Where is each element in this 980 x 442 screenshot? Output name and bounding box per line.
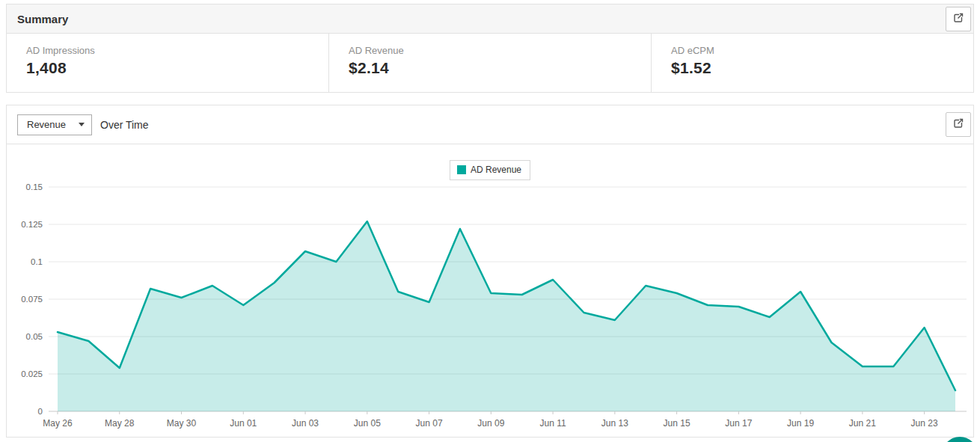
chat-widget-button[interactable] (942, 437, 978, 442)
stat-label: AD eCPM (671, 45, 954, 56)
export-share-icon (952, 117, 964, 132)
stat-ad-impressions: AD Impressions 1,408 (7, 34, 328, 92)
summary-export-button[interactable] (946, 7, 971, 31)
legend-ad-revenue[interactable]: AD Revenue (450, 160, 530, 180)
stat-value: $1.52 (671, 59, 954, 77)
metric-select-value: Revenue (27, 119, 66, 130)
stat-value: 1,408 (26, 59, 309, 77)
revenue-over-time-card: Revenue Over Time AD Revenue 00.0250.050… (6, 105, 974, 438)
summary-header: Summary (7, 4, 973, 33)
svg-text:Jun 15: Jun 15 (664, 418, 690, 429)
stat-ad-ecpm: AD eCPM $1.52 (651, 34, 973, 92)
revenue-chart[interactable]: AD Revenue 00.0250.050.0750.10.1250.15Ma… (7, 144, 973, 437)
legend-swatch-icon (457, 165, 466, 174)
svg-text:0.075: 0.075 (21, 295, 43, 304)
chart-title-suffix: Over Time (100, 119, 946, 131)
svg-text:Jun 11: Jun 11 (540, 418, 566, 429)
stat-value: $2.14 (349, 59, 631, 77)
svg-text:Jun 23: Jun 23 (911, 418, 938, 429)
legend-label: AD Revenue (471, 165, 521, 175)
chart-export-button[interactable] (946, 112, 971, 137)
stat-ad-revenue: AD Revenue $2.14 (328, 34, 651, 92)
summary-stats-row: AD Impressions 1,408 AD Revenue $2.14 AD… (7, 33, 973, 92)
svg-text:Jun 01: Jun 01 (230, 418, 257, 429)
chevron-down-icon (79, 123, 85, 126)
svg-text:May 30: May 30 (167, 418, 197, 429)
svg-text:0.125: 0.125 (21, 220, 43, 229)
summary-title: Summary (17, 13, 68, 25)
svg-text:0.025: 0.025 (21, 369, 43, 378)
svg-text:Jun 17: Jun 17 (725, 418, 752, 429)
summary-card: Summary AD Impressions 1,408 AD Revenue … (6, 4, 974, 93)
svg-text:Jun 09: Jun 09 (477, 418, 504, 429)
svg-text:0: 0 (38, 407, 43, 416)
metric-select[interactable]: Revenue (17, 114, 92, 135)
svg-text:0.15: 0.15 (26, 182, 43, 191)
svg-text:Jun 21: Jun 21 (849, 418, 876, 429)
svg-text:Jun 07: Jun 07 (416, 418, 443, 429)
svg-text:0.05: 0.05 (26, 332, 43, 341)
svg-text:Jun 19: Jun 19 (787, 418, 814, 429)
stat-label: AD Revenue (349, 45, 631, 56)
svg-text:Jun 03: Jun 03 (292, 418, 319, 429)
svg-text:May 26: May 26 (43, 418, 73, 429)
stat-label: AD Impressions (26, 45, 309, 56)
chart-header: Revenue Over Time (7, 105, 973, 144)
export-share-icon (952, 12, 964, 26)
svg-text:Jun 13: Jun 13 (601, 418, 628, 429)
svg-text:May 28: May 28 (105, 418, 135, 429)
svg-text:0.1: 0.1 (31, 257, 43, 266)
revenue-chart-svg[interactable]: 00.0250.050.0750.10.1250.15May 26May 28M… (7, 144, 975, 437)
svg-text:Jun 05: Jun 05 (354, 418, 381, 429)
